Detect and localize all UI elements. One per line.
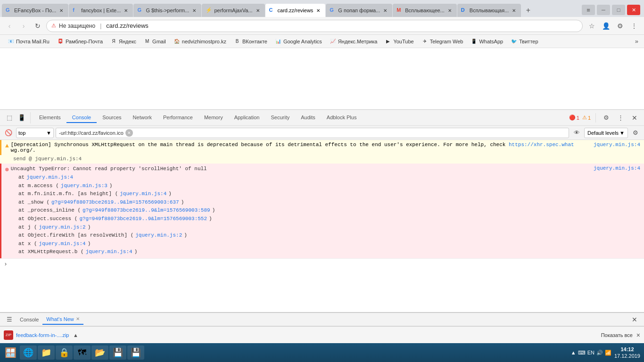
stack-file-link[interactable]: jquery.min.js:4 [86,248,132,256]
hide-network-button[interactable]: 👁 [571,128,582,138]
locale-label[interactable]: EN [587,350,594,355]
reload-button[interactable]: ↻ [32,20,43,32]
browser-tab-tab2[interactable]: f fancybox | Exte... ✕ [69,4,133,17]
browser-tab-tab7[interactable]: M Всплывающее... ✕ [393,4,457,17]
bookmark-item[interactable]: 📧 Почта Mail.Ru [4,37,53,46]
back-button[interactable]: ‹ [4,20,15,32]
taskbar-app-6[interactable]: 💾 [127,346,144,360]
devtools-tab-sources[interactable]: Sources [97,113,127,123]
tab-close-button[interactable]: ✕ [511,7,517,14]
stack-file-link[interactable]: jquery.min.js:3 [61,182,107,190]
bookmark-item[interactable]: В ВКонтакте [230,37,271,46]
devtools-close-button[interactable]: ✕ [629,112,640,123]
devtools-tab-console[interactable]: Console [66,113,97,123]
bookmark-item[interactable]: 🏠 nedvizhimostpro.kz [170,37,230,46]
address-bar[interactable]: ⚠ Не защищено | card.zz/reviews [46,20,583,32]
devtools-tab-elements[interactable]: Elements [33,113,66,123]
tab-close-button[interactable]: ✕ [123,7,129,14]
bookmark-item[interactable]: Я Яндекс [107,37,140,46]
browser-tab-tab8[interactable]: D Всплывающая... ✕ [457,4,521,17]
download-arrow-button[interactable]: ▲ [72,331,79,339]
devtools-more-button[interactable]: ⋮ [615,112,626,123]
bookmark-item[interactable]: 📮 Рамблер-Почта [53,37,107,46]
clear-console-button[interactable]: 🚫 [3,127,14,139]
bookmark-item[interactable]: 📈 Яндекс.Метрика [326,37,381,46]
stack-file-link[interactable]: g?g=949f88073bce2619..9&lm=1576569003:55… [79,215,207,223]
taskbar-app-3[interactable]: 🗺 [74,346,91,360]
download-filename[interactable]: feedback-form-in-....zip [16,332,69,338]
tab-overflow-button[interactable]: ≡ [582,5,595,15]
maximize-button[interactable]: □ [612,5,625,15]
bookmark-item[interactable]: ✈ Telegram Web [418,37,467,46]
bookmark-star-button[interactable]: ☆ [586,20,598,32]
tab-close-button[interactable]: ✕ [315,7,322,14]
drawer-tab-what's-new[interactable]: What's New ✕ [42,314,83,325]
stack-file-link[interactable]: jquery.min.js:4 [26,173,73,182]
context-filter[interactable]: top ▼ [16,128,54,138]
new-tab-button[interactable]: + [521,4,535,17]
warning-file-link[interactable]: jquery.min.js:4 [594,142,640,148]
warning-link[interactable]: https://xhr.spec.what [509,142,574,148]
show-all-downloads-button[interactable]: Показать все [601,332,633,338]
stack-file-link[interactable]: jquery.min.js:2 [135,231,182,240]
drawer-tab-console[interactable]: Console [16,315,42,324]
browser-tab-tab6[interactable]: G G попап форма... ✕ [326,4,392,17]
tab-close-button[interactable]: ✕ [255,7,261,14]
console-search-bar[interactable]: -url:http://card.zz/favicon.ico ✕ [56,128,569,138]
devtools-tab-memory[interactable]: Memory [198,113,229,123]
account-button[interactable]: 👤 [600,20,612,32]
devtools-tab-adblock[interactable]: Adblock Plus [321,113,363,123]
stack-file-link[interactable]: g?g=949f88073bce2619..9&lm=1576569003:58… [83,206,210,215]
inspect-element-button[interactable]: ⬚ [4,112,15,123]
tab-close-button[interactable]: ✕ [191,7,198,14]
browser-tab-tab4[interactable]: ⚡ performAjaxVa... ✕ [202,4,264,17]
network-icon[interactable]: 📶 [605,350,611,356]
taskbar-clock[interactable]: 14:12 17.12.2019 [614,346,640,360]
log-levels-dropdown[interactable]: Default levels ▼ [584,128,628,138]
forward-button[interactable]: › [18,20,29,32]
devtools-tab-application[interactable]: Application [229,113,265,123]
drawer-close-button[interactable]: ✕ [629,314,640,325]
menu-button[interactable]: ⋮ [628,20,640,32]
stack-file-link[interactable]: jquery.min.js:4 [120,190,166,198]
bookmark-item[interactable]: ▶ YouTube [381,37,417,46]
bookmark-item[interactable]: 📊 Google Analytics [271,37,326,46]
device-toggle-button[interactable]: 📱 [16,112,27,123]
browser-tab-tab5[interactable]: C card.zz/reviews ✕ [265,4,326,17]
taskbar-app-0[interactable]: 🌐 [20,346,37,360]
tab-close-button[interactable]: ✕ [446,7,453,14]
console-search-clear-button[interactable]: ✕ [125,129,133,137]
devtools-settings-button[interactable]: ⚙ [601,112,612,123]
start-button[interactable]: 🪟 [2,345,19,361]
browser-tab-tab1[interactable]: G EFancyBox - По... ✕ [2,4,68,17]
extensions-button[interactable]: ⚙ [614,20,626,32]
console-input-field[interactable] [9,261,640,267]
console-settings-button[interactable]: ⚙ [630,128,641,138]
stack-file-link[interactable]: g?g=949f88073bce2619..9&lm=1576569003:63… [51,198,179,207]
taskbar-app-5[interactable]: 💾 [109,346,126,360]
bookmark-item[interactable]: 🐦 Твиттер [507,37,542,46]
devtools-tab-audits[interactable]: Audits [295,113,321,123]
devtools-tab-performance[interactable]: Performance [157,113,198,123]
close-window-button[interactable]: ✕ [627,5,640,15]
volume-icon[interactable]: 🔊 [596,350,603,356]
drawer-layout-button[interactable]: ☰ [4,314,15,325]
bookmarks-more-button[interactable]: » [633,37,640,46]
taskbar-app-1[interactable]: 📁 [38,346,55,360]
minimize-button[interactable]: ─ [597,5,610,15]
taskbar-app-4[interactable]: 📂 [91,346,108,360]
taskbar-app-2[interactable]: 🔒 [56,346,73,360]
stack-file-link[interactable]: jquery.min.js:2 [39,223,86,232]
stack-file-link[interactable]: jquery.min.js:4 [39,240,86,248]
bookmark-item[interactable]: M Gmail [140,37,170,46]
drawer-tab-close-button[interactable]: ✕ [76,316,80,321]
tab-close-button[interactable]: ✕ [58,7,65,14]
tab-close-button[interactable]: ✕ [382,7,388,14]
tray-arrow[interactable]: ▲ [571,350,576,355]
devtools-tab-network[interactable]: Network [127,113,157,123]
browser-tab-tab3[interactable]: G G $this->perform... ✕ [133,4,201,17]
download-bar-close-button[interactable]: × [636,331,640,339]
error-file-link[interactable]: jquery.min.js:4 [594,165,640,171]
bookmark-item[interactable]: 📱 WhatsApp [467,37,507,46]
devtools-tab-security[interactable]: Security [265,113,295,123]
